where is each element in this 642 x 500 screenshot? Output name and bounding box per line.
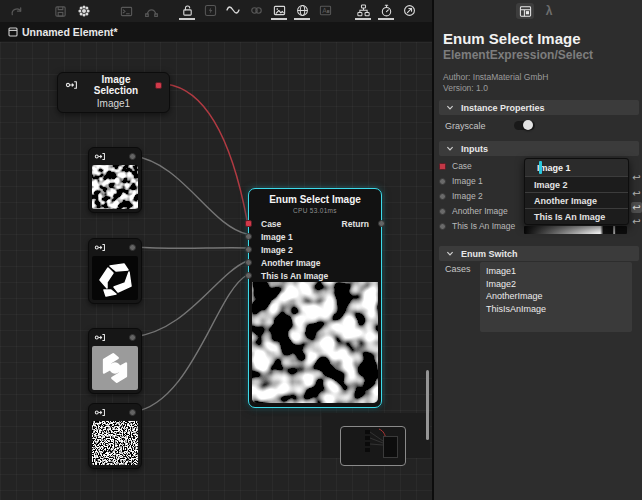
timer-icon[interactable] [378,2,394,20]
input-row-image2: Image 2 [439,190,483,202]
input-row-this-is-an-image: This Is An Image [439,220,515,232]
input-port-this-is-an-image[interactable] [245,272,252,279]
node-output-preview [252,282,378,403]
selection-accent-bar [539,161,542,174]
globe-icon[interactable] [294,2,310,20]
output-port-return[interactable] [378,220,385,227]
case-enum-dropdown: Image 1 Image 2 Another Image This Is An… [524,158,629,225]
toggle-knob [523,120,533,130]
dropdown-option-selected[interactable]: Image 1 [525,159,628,176]
dropdown-option-label: This Is An Image [534,212,605,222]
minimap-node-enum [383,436,398,458]
properties-panel: λ Enum Select Image ElementExpression/Se… [432,0,642,500]
go-compass-icon[interactable] [401,2,417,18]
lambda-tab-icon[interactable]: λ [540,3,558,19]
io-port-icon [94,151,105,162]
node-image-emblem-logo[interactable] [88,328,142,394]
output-port[interactable] [129,334,136,341]
section-label: Instance Properties [461,103,545,113]
input-port-dot [439,163,446,170]
bezier-curve-icon[interactable] [143,3,159,19]
input-port-case[interactable] [245,220,252,227]
reset-undo-icon[interactable]: ↩ [631,188,642,199]
module-tab-icon[interactable] [516,3,534,19]
toolbar: A [0,0,432,22]
fine-noise-thumbnail [92,421,138,465]
node-image-fine-noise[interactable] [88,403,142,469]
output-port[interactable] [129,244,136,251]
input-row-label: Image 1 [452,176,483,186]
link-icon[interactable] [248,2,264,18]
cases-textarea[interactable]: Image1 Image2 AnotherImage ThisIsAnImage [480,262,632,332]
node-value: Image1 [58,98,169,109]
node-enum-select-image[interactable]: Enum Select Image CPU 53.01ms Case Retur… [248,188,382,408]
output-label: Return [342,219,369,229]
input-row-label: This Is An Image [452,221,515,231]
io-port-icon [65,79,77,91]
node-image-selection[interactable]: Image Selection Image1 [57,72,170,113]
input-row-label: Case [452,161,472,171]
gradient-image-preview[interactable] [524,226,627,234]
input-port-another-image[interactable] [245,259,252,266]
input-port-image2[interactable] [245,246,252,253]
node-image-cube-logo[interactable] [88,238,142,304]
node-title: Image Selection [83,74,149,96]
image-icon[interactable] [271,2,287,20]
output-port[interactable] [129,409,136,416]
input-row-another-image: Another Image [439,205,508,217]
reset-image-icon[interactable]: ↩ [631,202,642,213]
input-port-dot [439,223,446,230]
save-icon[interactable] [52,3,68,19]
cube-logo-thumbnail [92,256,138,300]
chevron-down-icon [446,250,454,257]
grayscale-toggle[interactable] [514,121,535,130]
panel-tab-strip: λ [434,0,642,22]
section-enum-switch[interactable]: Enum Switch [439,246,639,261]
reset-undo-icon[interactable]: ↩ [631,172,642,183]
svg-text:A: A [322,6,327,13]
section-label: Enum Switch [461,249,518,259]
input-label: This Is An Image [261,271,328,281]
node-cpu-time: CPU 53.01ms [249,207,381,214]
input-row-label: Another Image [452,206,508,216]
input-row-label: Image 2 [452,191,483,201]
panel-title: Enum Select Image [443,30,642,47]
panel-subtitle: ElementExpression/Select [443,48,642,62]
wave-icon[interactable] [225,2,241,18]
output-port-red[interactable] [155,82,162,89]
lock-open-icon[interactable] [179,2,195,20]
dropdown-option[interactable]: Another Image [525,192,628,208]
redo-icon[interactable] [8,3,24,19]
section-instance-properties[interactable]: Instance Properties [439,100,639,115]
input-label: Image 1 [261,232,293,242]
dropdown-option[interactable]: This Is An Image [525,208,628,224]
vertical-scrollbar[interactable] [426,370,429,440]
chevron-down-icon [446,145,454,152]
cases-label: Cases [445,264,471,274]
input-port-dot [439,178,446,185]
image-text-icon[interactable]: A [317,2,333,18]
tab-bar: Unnamed Element* [0,22,432,42]
node-image-noise[interactable] [88,147,142,213]
dropdown-option[interactable]: Image 2 [525,176,628,192]
input-port-image1[interactable] [245,233,252,240]
minimap[interactable] [322,413,430,458]
section-inputs[interactable]: Inputs [439,141,639,156]
node-graph-icon[interactable] [355,2,371,20]
grayscale-label: Grayscale [445,121,486,131]
input-port-dot [439,193,446,200]
dropdown-option-label: Image 1 [537,163,571,173]
version-line: Version: 1.0 [443,83,642,94]
app-window: A Unnamed Element* [0,0,642,500]
input-row-case: Case [439,160,472,172]
bolt-icon[interactable] [202,2,218,18]
dropdown-option-label: Another Image [534,196,597,206]
reset-undo-icon[interactable]: ↩ [631,216,642,227]
output-port[interactable] [129,153,136,160]
author-line: Author: InstaMaterial GmbH [443,72,642,83]
terminal-icon[interactable] [118,3,134,19]
input-row-image1: Image 1 [439,175,483,187]
settings-gear-icon[interactable] [76,3,92,19]
tab-unnamed-element[interactable]: Unnamed Element* [0,26,126,38]
minimap-viewport[interactable] [340,426,406,466]
